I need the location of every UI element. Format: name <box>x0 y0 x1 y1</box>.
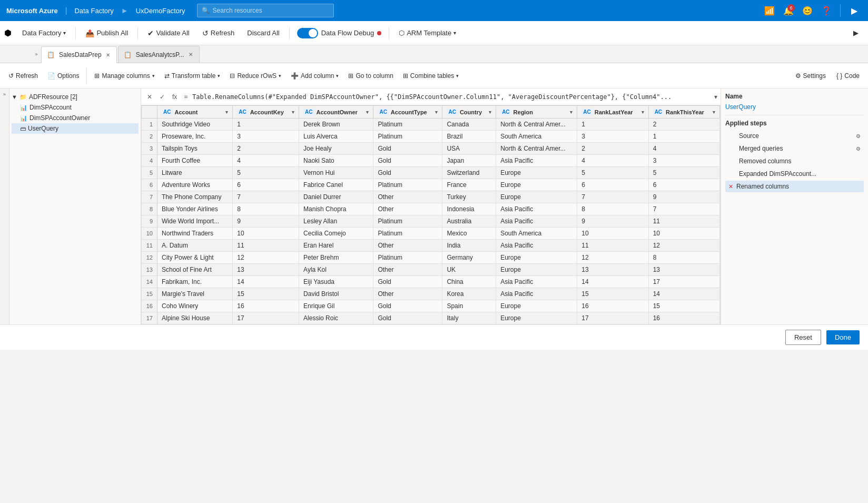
col-label-account: Account <box>174 109 198 115</box>
tree-node-userquery[interactable]: 🗃 UserQuery <box>12 123 139 134</box>
table-row[interactable]: 8Blue Yonder Airlines8Manish ChopraOther… <box>142 203 720 215</box>
step-gear-1[interactable]: ⚙ <box>856 146 861 152</box>
table-row[interactable]: 11A. Datum11Eran HarelOtherIndiaAsia Pac… <box>142 240 720 252</box>
col-header-region[interactable]: AC Region ▾ <box>496 106 577 119</box>
col-type-country: AC <box>447 109 457 115</box>
settings-icon: ⚙ <box>795 72 801 80</box>
ribbon-settings-button[interactable]: ⚙ Settings <box>791 67 830 85</box>
col-sort-country[interactable]: ▾ <box>489 110 491 115</box>
formula-accept-button[interactable]: ✓ <box>157 92 167 102</box>
row-number-1: 2 <box>142 131 157 143</box>
table-row[interactable]: 5Litware5Vernon HuiGoldSwitzerlandEurope… <box>142 167 720 179</box>
topbar-resource[interactable]: UxDemoFactory <box>136 7 185 15</box>
reset-button[interactable]: Reset <box>785 330 821 345</box>
table-row[interactable]: 10Northwind Traders10Cecilia ComejoPlati… <box>142 228 720 240</box>
col-sort-accountowner[interactable]: ▾ <box>366 110 369 115</box>
col-sort-account[interactable]: ▾ <box>225 110 228 115</box>
tree-node-dimspo[interactable]: 📊 DimSPAccountOwner <box>12 113 139 123</box>
tree-node-dimspa[interactable]: 📊 DimSPAccount <box>12 102 139 113</box>
ribbon-transform-icon: ⇄ <box>164 72 170 80</box>
data-factory-dropdown[interactable]: Data Factory ▾ <box>17 25 71 42</box>
step-label-3: Expanded DimSPAccount... <box>739 170 816 177</box>
cell-r15-c4: Gold <box>373 300 442 312</box>
table-row[interactable]: 13School of Fine Art13Ayla KolOtherUKEur… <box>142 264 720 276</box>
table-row[interactable]: 12City Power & Light12Peter BrehmPlatinu… <box>142 252 720 264</box>
cell-r9-c5: Mexico <box>442 228 496 240</box>
table-row[interactable]: 3Tailspin Toys2Joe HealyGoldUSANorth & C… <box>142 143 720 155</box>
topbar-service[interactable]: Data Factory <box>74 7 113 15</box>
col-header-accountkey[interactable]: AC AccountKey ▾ <box>233 106 299 119</box>
table-row[interactable]: 4Fourth Coffee4Naoki SatoGoldJapanAsia P… <box>142 155 720 167</box>
ribbon-refresh-button[interactable]: ↺ Refresh <box>4 67 42 85</box>
ribbon-transform-button[interactable]: ⇄ Transform table ▾ <box>160 67 225 85</box>
cell-r4-c5: Switzerland <box>442 167 496 179</box>
col-header-rankthisyear[interactable]: AC RankThisYear ▾ <box>648 106 719 119</box>
discard-all-button[interactable]: Discard All <box>242 25 284 42</box>
tab-sales-analytics[interactable]: 📋 SalesAnalytcsP... ✕ <box>118 46 200 63</box>
step-item-4[interactable]: ✕Renamed columns <box>725 181 864 192</box>
step-item-3[interactable]: Expanded DimSPAccount... <box>725 168 864 180</box>
step-gear-0[interactable]: ⚙ <box>856 133 861 139</box>
col-sort-region[interactable]: ▾ <box>570 110 573 115</box>
col-sort-rankthisyear[interactable]: ▾ <box>713 110 715 115</box>
data-table-wrapper[interactable]: AC Account ▾ AC AccountKey ▾ <box>141 105 721 324</box>
cell-r8-c7: 9 <box>577 215 648 228</box>
col-sort-accountkey[interactable]: ▾ <box>292 110 294 115</box>
step-item-0[interactable]: Source⚙ <box>725 130 864 142</box>
ribbon-code-button[interactable]: { } Code <box>832 67 864 85</box>
notifications-icon[interactable]: 🔔 6 <box>781 3 796 18</box>
row-number-10: 11 <box>142 240 157 252</box>
table-row[interactable]: 6Adventure Works6Fabrice CanelPlatinumFr… <box>142 179 720 191</box>
table-row[interactable]: 9Wide World Import...9Lesley AllanPlatin… <box>142 215 720 228</box>
cell-r9-c6: South America <box>496 228 577 240</box>
table-row[interactable]: 16Coho Winery16Enrique GilGoldSpainEurop… <box>142 300 720 312</box>
table-row[interactable]: 7The Phone Company7Daniel DurrerOtherTur… <box>142 191 720 203</box>
table-row[interactable]: 15Margie's Travel15David BristolOtherKor… <box>142 288 720 300</box>
tab-sales-data-prep[interactable]: 📋 SalesDataPrep ✕ <box>41 46 117 63</box>
table-row[interactable]: 2Proseware, Inc.3Luis AlvercaPlatinumBra… <box>142 131 720 143</box>
ribbon-transform-label: Transform table <box>172 72 216 80</box>
col-header-account[interactable]: AC Account ▾ <box>157 106 233 119</box>
col-header-accountowner[interactable]: AC AccountOwner ▾ <box>299 106 373 119</box>
tab-close-1[interactable]: ✕ <box>189 52 193 57</box>
formula-function-button[interactable]: fx <box>170 92 180 102</box>
wifi-icon[interactable]: 📶 <box>762 3 777 18</box>
search-input[interactable]: 🔍 Search resources <box>197 4 334 17</box>
publish-all-button[interactable]: 📤 Publish All <box>80 25 133 42</box>
expand-icon[interactable]: ▶ <box>847 3 862 18</box>
formula-expand-icon[interactable]: ▾ <box>714 93 717 101</box>
ribbon-manage-columns-button[interactable]: ⊞ Manage columns ▾ <box>90 67 159 85</box>
cell-r11-c6: Europe <box>496 252 577 264</box>
table-row[interactable]: 14Fabrikam, Inc.14Eiji YasudaGoldChinaAs… <box>142 276 720 288</box>
help-icon[interactable]: ❓ <box>819 3 834 18</box>
col-sort-accounttype[interactable]: ▾ <box>435 110 438 115</box>
ribbon-options-button[interactable]: 📄 Options <box>43 67 83 85</box>
ribbon-reduce-rows-button[interactable]: ⊟ Reduce rOwS ▾ <box>225 67 285 85</box>
col-header-ranklastyear[interactable]: AC RankLastYear ▾ <box>577 106 648 119</box>
ribbon-refresh-label: Refresh <box>16 72 38 80</box>
step-item-2[interactable]: Removed columns <box>725 155 864 167</box>
left-panel-toggle[interactable]: » <box>0 88 9 324</box>
ribbon-add-column-button[interactable]: ➕ Add column ▾ <box>287 67 343 85</box>
cell-r10-c3: Eran Harel <box>299 240 373 252</box>
formula-reject-button[interactable]: ✕ <box>144 92 155 102</box>
tab-close-0[interactable]: ✕ <box>106 52 110 58</box>
tree-node-adfresource[interactable]: ▼ 📁 ADFResource [2] <box>12 92 139 102</box>
refresh-button-main[interactable]: ↺ Refresh <box>197 25 240 42</box>
expand-right-button[interactable]: ▶ <box>848 25 864 42</box>
done-button[interactable]: Done <box>826 330 860 344</box>
table-row[interactable]: 17Alpine Ski House17Alessio RoicGoldItal… <box>142 312 720 324</box>
arm-template-button[interactable]: ⬡ ARM Template ▾ <box>393 27 461 39</box>
smile-icon[interactable]: 😊 <box>800 3 815 18</box>
ribbon-combine-tables-button[interactable]: ⊞ Combine tables ▾ <box>399 67 463 85</box>
col-sort-ranklastyear[interactable]: ▾ <box>642 110 644 115</box>
sidebar-collapse-left[interactable]: » <box>32 46 41 63</box>
col-header-accounttype[interactable]: AC AccountType ▾ <box>373 106 442 119</box>
ribbon-go-to-column-button[interactable]: ⊞ Go to column <box>344 67 397 85</box>
col-header-country[interactable]: AC Country ▾ <box>442 106 496 119</box>
step-item-1[interactable]: Merged queries⚙ <box>725 143 864 154</box>
validate-all-button[interactable]: ✔ Validate All <box>142 25 194 42</box>
cell-r0-c3: Derek Brown <box>299 119 373 131</box>
table-row[interactable]: 1Southridge Video1Derek BrownPlatinumCan… <box>142 119 720 131</box>
debug-toggle[interactable] <box>297 28 318 38</box>
